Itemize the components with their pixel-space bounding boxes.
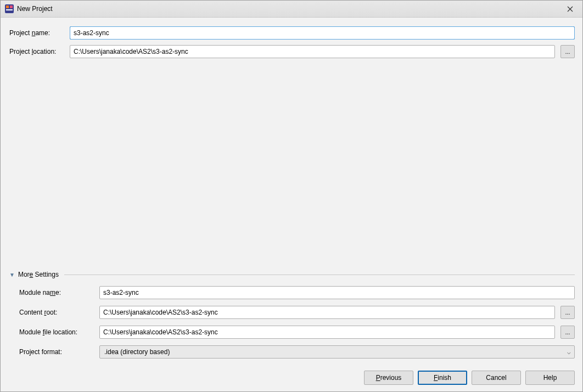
help-button[interactable]: Help <box>525 371 575 385</box>
module-file-location-browse-button[interactable]: ... <box>560 326 575 339</box>
more-settings-toggle[interactable]: ▼ More Settings <box>9 271 575 278</box>
module-name-input[interactable] <box>99 286 575 299</box>
svg-rect-1 <box>6 5 9 8</box>
new-project-dialog: New Project Project name: Project locati… <box>0 0 583 392</box>
separator <box>64 275 575 275</box>
more-settings-body: Module name: Content root: ... Module fi… <box>9 286 575 359</box>
window-title: New Project <box>17 5 558 13</box>
finish-button[interactable]: Finish <box>418 371 467 385</box>
content-area: Project name: Project location: ... ▼ Mo… <box>1 18 582 391</box>
app-icon <box>5 4 14 13</box>
content-root-label: Content root: <box>19 309 96 316</box>
module-name-label: Module name: <box>19 289 96 296</box>
module-file-location-label: Module file location: <box>19 328 96 336</box>
content-root-input[interactable] <box>99 306 555 319</box>
project-location-input[interactable] <box>70 45 555 58</box>
project-name-input[interactable] <box>70 26 575 40</box>
module-file-location-input[interactable] <box>99 326 555 339</box>
svg-rect-3 <box>6 9 13 10</box>
project-location-label: Project location: <box>9 48 66 55</box>
expanded-triangle-icon: ▼ <box>9 272 15 278</box>
project-location-browse-button[interactable]: ... <box>560 45 575 58</box>
project-name-label: Project name: <box>9 29 66 37</box>
chevron-down-icon: ⌵ <box>567 349 571 356</box>
titlebar: New Project <box>1 1 582 18</box>
close-button[interactable] <box>558 1 582 17</box>
project-format-value: .idea (directory based) <box>104 348 170 356</box>
close-icon <box>567 6 573 12</box>
project-format-label: Project format: <box>19 348 96 356</box>
cancel-button[interactable]: Cancel <box>472 371 521 385</box>
button-bar: Previous Finish Cancel Help <box>1 365 582 391</box>
spacer <box>1 64 582 271</box>
previous-button[interactable]: Previous <box>364 371 413 385</box>
svg-rect-2 <box>10 5 13 8</box>
project-format-select[interactable]: .idea (directory based) ⌵ <box>99 345 575 359</box>
more-settings-section: ▼ More Settings Module name: Content roo… <box>1 271 582 365</box>
top-form: Project name: Project location: ... <box>1 18 582 64</box>
more-settings-label: More Settings <box>18 271 59 278</box>
content-root-browse-button[interactable]: ... <box>560 306 575 319</box>
